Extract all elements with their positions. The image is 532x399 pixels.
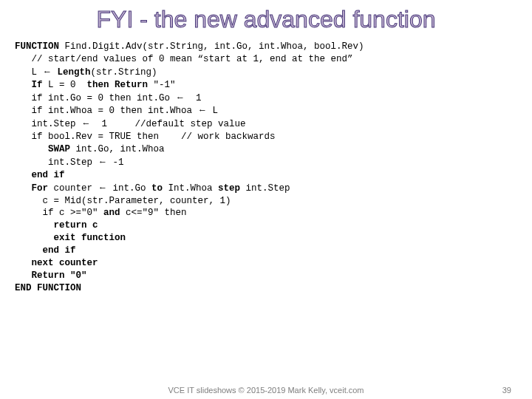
code-text: Int.Whoa: [163, 183, 218, 194]
code-text: (str.String): [91, 67, 157, 78]
arrow-icon: ←: [43, 66, 52, 77]
footer-copyright: VCE IT slideshows © 2015-2019 Mark Kelly…: [168, 386, 364, 395]
code-text: "-1": [154, 80, 176, 90]
code-text: 1 //default step value: [91, 119, 246, 129]
arrow-icon: ←: [81, 118, 91, 129]
kw-endif: end if: [15, 170, 65, 180]
kw-function: FUNCTION: [15, 41, 59, 52]
code-text: if c >="0": [15, 208, 103, 218]
code-text: L = 0: [43, 80, 87, 90]
slide-title: FYI - the new advanced function: [0, 6, 532, 33]
kw-exit: exit function: [15, 233, 126, 243]
code-text: if int.Whoa = 0 then int.Whoa: [15, 106, 198, 116]
code-text: if bool.Rev = TRUE then // work backward…: [15, 132, 276, 142]
code-text: Find.Digit.Adv(str.String, int.Go, int.W…: [59, 41, 364, 52]
code-text: counter: [48, 183, 98, 194]
code-text: int.Go, int.Whoa: [70, 144, 165, 154]
code-text: c = Mid(str.Parameter, counter, 1): [15, 196, 231, 206]
kw-if: If: [15, 80, 43, 90]
code-text: -1: [107, 157, 124, 168]
code-block: FUNCTION Find.Digit.Adv(str.String, int.…: [15, 41, 517, 295]
kw-next: next counter: [15, 258, 98, 268]
arrow-icon: ←: [198, 105, 208, 115]
code-text: // start/end values of 0 mean “start at …: [15, 54, 353, 64]
code-text: if int.Go = 0 then int.Go: [15, 93, 176, 103]
kw-then-return: then Return: [87, 80, 154, 90]
kw-for: For: [15, 183, 48, 194]
arrow-icon: ←: [98, 183, 108, 193]
code-text: c<="9" then: [120, 208, 187, 218]
kw-to: to: [151, 183, 163, 194]
code-text: L: [207, 106, 218, 116]
code-text: L: [15, 67, 43, 78]
code-text: int.Step: [15, 119, 81, 129]
kw-step: step: [218, 183, 240, 194]
kw-endif: end if: [15, 245, 76, 256]
kw-and: and: [103, 208, 120, 218]
code-text: int.Step: [15, 157, 98, 168]
kw-endfunc: END FUNCTION: [15, 283, 81, 293]
code-text: int.Step: [240, 183, 290, 194]
arrow-icon: ←: [176, 92, 185, 103]
arrow-icon: ←: [98, 157, 108, 167]
page-number: 39: [502, 386, 511, 395]
kw-swap: SWAP: [15, 144, 70, 154]
code-text: 1: [185, 93, 202, 103]
kw-length: Length: [52, 67, 91, 78]
kw-return: return c: [15, 220, 98, 231]
code-text: int.Go: [107, 183, 151, 194]
kw-return: Return "0": [15, 270, 87, 281]
